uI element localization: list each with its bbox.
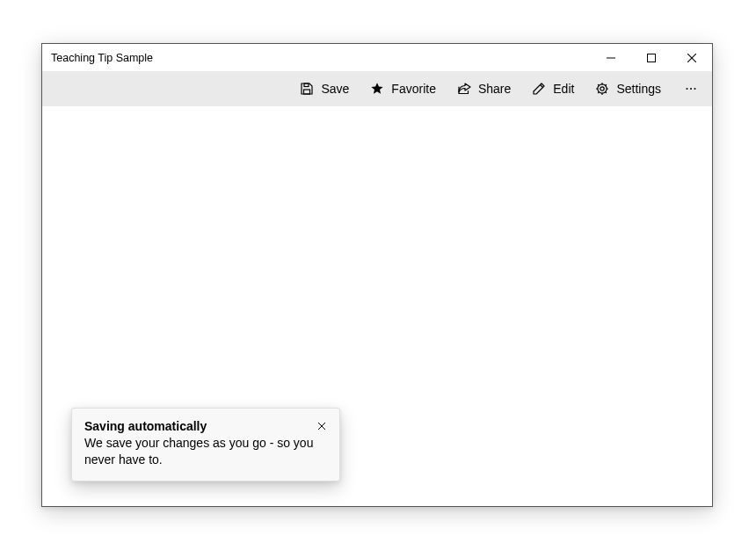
gear-icon [595,82,609,96]
share-label: Share [478,82,511,96]
titlebar: Teaching Tip Sample [42,44,712,71]
content-area: Saving automatically We save your change… [42,106,712,506]
teaching-tip-title: Saving automatically [84,419,327,433]
maximize-icon [647,54,656,62]
save-button[interactable]: Save [291,73,358,105]
svg-line-6 [541,85,543,88]
more-button[interactable] [673,73,709,105]
titlebar-controls [591,44,712,71]
close-button[interactable] [672,44,712,71]
svg-point-10 [690,88,692,90]
svg-point-8 [598,84,607,93]
favorite-button[interactable]: Favorite [361,73,445,105]
svg-point-9 [687,88,688,90]
svg-rect-5 [304,83,309,87]
close-icon [317,422,326,431]
edit-button[interactable]: Edit [523,73,583,105]
app-window: Teaching Tip Sample [41,43,713,507]
teaching-tip-close-button[interactable] [309,414,334,438]
save-icon [300,82,314,96]
svg-point-7 [600,87,604,90]
teaching-tip-body: We save your changes as you go - so you … [84,435,327,468]
more-icon [684,82,698,96]
teaching-tip: Saving automatically We save your change… [71,408,340,481]
edit-label: Edit [553,82,574,96]
command-bar: Save Favorite Share [42,71,712,106]
star-icon [370,82,384,96]
svg-rect-4 [304,90,310,94]
minimize-icon [607,54,615,62]
share-button[interactable]: Share [448,73,520,105]
maximize-button[interactable] [631,44,672,71]
window-title: Teaching Tip Sample [51,52,153,64]
svg-rect-1 [648,54,656,62]
svg-point-11 [694,88,696,90]
share-icon [457,82,471,96]
settings-label: Settings [616,82,661,96]
settings-button[interactable]: Settings [586,73,670,105]
minimize-button[interactable] [591,44,631,71]
pencil-icon [532,82,546,96]
favorite-label: Favorite [391,82,436,96]
close-icon [687,54,696,62]
save-label: Save [321,82,349,96]
